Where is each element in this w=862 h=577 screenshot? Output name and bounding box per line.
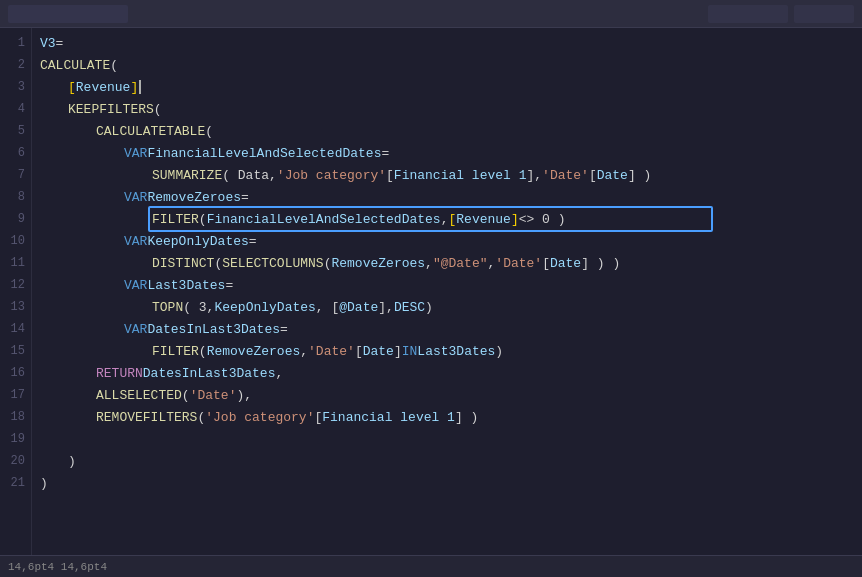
token: [	[542, 256, 550, 271]
token: SELECTCOLUMNS	[222, 256, 323, 271]
token: RemoveZeroes	[147, 190, 241, 205]
code-line: FILTER ( RemoveZeroes, 'Date'[Date] IN L…	[40, 340, 862, 362]
token: FILTER	[152, 344, 199, 359]
token: (	[199, 212, 207, 227]
token: ]	[394, 344, 402, 359]
token: , [	[316, 300, 339, 315]
token: ],	[526, 168, 542, 183]
line-number: 11	[0, 252, 31, 274]
token: @Date	[339, 300, 378, 315]
token: Financial level 1	[322, 410, 455, 425]
token: (	[205, 124, 213, 139]
line-number: 21	[0, 472, 31, 494]
token: (	[110, 58, 118, 73]
code-line: )	[40, 450, 862, 472]
token: ALLSELECTED	[96, 388, 182, 403]
code-line: SUMMARIZE ( Data, 'Job category'[Financi…	[40, 164, 862, 186]
toolbar-right	[708, 5, 854, 23]
token: VAR	[124, 278, 147, 293]
token: RemoveZeroes	[331, 256, 425, 271]
code-line: V3 =	[40, 32, 862, 54]
token: ( Data,	[222, 168, 277, 183]
token: ( 3,	[183, 300, 214, 315]
token: Date	[363, 344, 394, 359]
code-line: VAR RemoveZeroes =	[40, 186, 862, 208]
token: ),	[236, 388, 252, 403]
token: (	[182, 388, 190, 403]
token: VAR	[124, 190, 147, 205]
text-cursor	[139, 80, 141, 94]
token: IN	[402, 344, 418, 359]
line-number: 15	[0, 340, 31, 362]
token: =	[280, 322, 288, 337]
toolbar-placeholder-1	[708, 5, 788, 23]
token: DatesInLast3Dates	[147, 322, 280, 337]
token: KeepOnlyDates	[214, 300, 315, 315]
token: ,	[441, 212, 449, 227]
token: =	[225, 278, 233, 293]
token: Revenue	[456, 212, 511, 227]
token: ,	[275, 366, 283, 381]
toolbar-left-placeholder	[8, 5, 128, 23]
token: 'Date'	[495, 256, 542, 271]
token: ] )	[455, 410, 478, 425]
token: ,	[425, 256, 433, 271]
token: 'Date'	[190, 388, 237, 403]
code-line: VAR Last3Dates =	[40, 274, 862, 296]
token: 'Job category'	[277, 168, 386, 183]
token: Revenue	[76, 80, 131, 95]
code-line: VAR FinancialLevelAndSelectedDates =	[40, 142, 862, 164]
token: REMOVEFILTERS	[96, 410, 197, 425]
token: [	[589, 168, 597, 183]
token: (	[214, 256, 222, 271]
token: VAR	[124, 322, 147, 337]
status-text: 14,6pt4 14,6pt4	[8, 561, 107, 573]
line-number: 16	[0, 362, 31, 384]
line-number: 4	[0, 98, 31, 120]
token: ,	[488, 256, 496, 271]
line-number: 17	[0, 384, 31, 406]
code-line: FILTER ( FinancialLevelAndSelectedDates,…	[40, 208, 862, 230]
token: ,	[300, 344, 308, 359]
code-line: DISTINCT ( SELECTCOLUMNS ( RemoveZeroes,…	[40, 252, 862, 274]
token: FinancialLevelAndSelectedDates	[147, 146, 381, 161]
code-line: VAR DatesInLast3Dates =	[40, 318, 862, 340]
code-line: RETURN DatesInLast3Dates,	[40, 362, 862, 384]
token: ] ) )	[581, 256, 620, 271]
token: (	[199, 344, 207, 359]
token: )	[425, 300, 433, 315]
token: KEEPFILTERS	[68, 102, 154, 117]
line-number: 10	[0, 230, 31, 252]
line-number: 2	[0, 54, 31, 76]
line-number: 5	[0, 120, 31, 142]
token: RETURN	[96, 366, 143, 381]
code-line	[40, 428, 862, 450]
token: CALCULATETABLE	[96, 124, 205, 139]
code-line: REMOVEFILTERS ( 'Job category'[Financial…	[40, 406, 862, 428]
token: Financial level 1	[394, 168, 527, 183]
token: ]	[511, 212, 519, 227]
token: Date	[597, 168, 628, 183]
token: SUMMARIZE	[152, 168, 222, 183]
line-number: 12	[0, 274, 31, 296]
code-content[interactable]: V3 =CALCULATE ([Revenue]KEEPFILTERS (CAL…	[32, 28, 862, 555]
toolbar-placeholder-2	[794, 5, 854, 23]
token: FinancialLevelAndSelectedDates	[207, 212, 441, 227]
token: (	[197, 410, 205, 425]
line-number: 14	[0, 318, 31, 340]
line-number: 6	[0, 142, 31, 164]
token: RemoveZeroes	[207, 344, 301, 359]
line-number: 19	[0, 428, 31, 450]
token: FILTER	[152, 212, 199, 227]
code-line: )	[40, 472, 862, 494]
token: =	[241, 190, 249, 205]
token: [	[314, 410, 322, 425]
toolbar	[0, 0, 862, 28]
code-line: CALCULATETABLE (	[40, 120, 862, 142]
token: ]	[130, 80, 138, 95]
token: =	[249, 234, 257, 249]
token: Last3Dates	[417, 344, 495, 359]
token: KeepOnlyDates	[147, 234, 248, 249]
token: 'Job category'	[205, 410, 314, 425]
line-number: 20	[0, 450, 31, 472]
